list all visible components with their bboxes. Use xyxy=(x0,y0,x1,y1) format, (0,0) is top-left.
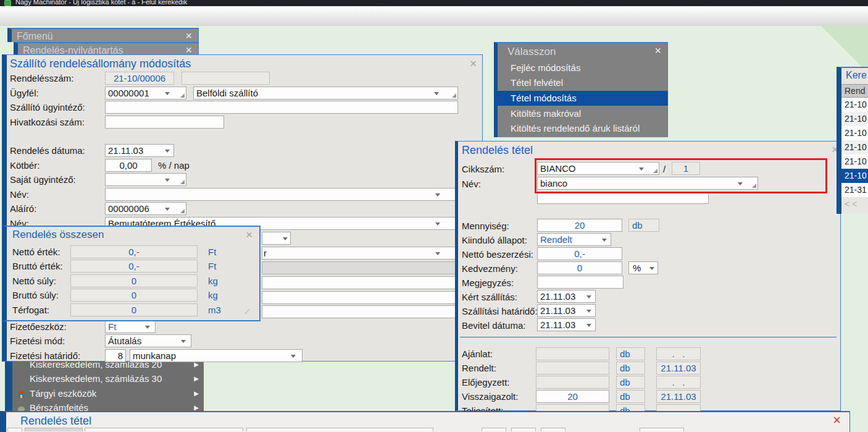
osszesen-close-icon[interactable]: × xyxy=(246,229,252,240)
menu-item-tetel-modositas[interactable]: Tétel módosítás xyxy=(511,91,577,105)
osszesen-dialog-title: Rendelés összesen xyxy=(12,229,104,241)
fizetesi-mod-combo[interactable]: Átutalás xyxy=(105,334,191,347)
field-label: Szállítási határidő: xyxy=(462,305,538,318)
combo-handle-icon[interactable] xyxy=(180,180,185,184)
kotber-field[interactable]: 0,00 xyxy=(105,159,152,172)
dropdown-arrow-icon[interactable] xyxy=(434,92,439,98)
field-label: Kért szállítás: xyxy=(462,290,517,303)
bevitel-datuma-combo[interactable]: 21.11.03 xyxy=(537,318,596,331)
fizetoeszkoz-combo[interactable]: Ft xyxy=(105,320,156,333)
ugyfel-name-combo[interactable]: Belföldi szállító xyxy=(193,87,458,100)
brutto-suly-field: 0 xyxy=(70,289,198,302)
mennyiseg-value: 20 xyxy=(538,219,622,231)
netto-suly-value: 0 xyxy=(71,275,197,287)
kiindulo-allapot-combo[interactable]: Rendelt xyxy=(537,233,611,246)
combo-handle-icon[interactable] xyxy=(452,93,456,98)
dropdown-arrow-icon[interactable] xyxy=(586,310,591,315)
house-icon xyxy=(17,389,25,400)
partial-combo-field[interactable] xyxy=(262,232,291,245)
dropdown-arrow-icon[interactable] xyxy=(165,92,170,98)
dropdown-arrow-icon[interactable] xyxy=(586,324,591,329)
dropdown-arrow-icon[interactable] xyxy=(283,237,288,243)
field-label: Bruttó érték: xyxy=(12,260,63,273)
szallitasi-hatarido-combo[interactable]: 21.11.03 xyxy=(537,304,596,317)
rendelesszam-field[interactable]: 21-10/00006 xyxy=(105,72,174,85)
menu-item-targyi-eszkozok[interactable]: Tárgyi eszközök xyxy=(30,386,96,400)
dropdown-arrow-icon[interactable] xyxy=(165,150,170,155)
field-label: Cikkszám: xyxy=(462,163,504,176)
dropdown-arrow-icon[interactable] xyxy=(435,193,440,199)
partial-field[interactable] xyxy=(262,291,458,304)
nev1-field[interactable] xyxy=(105,188,458,201)
pager-arrows[interactable]: < < xyxy=(841,197,868,211)
order-row[interactable]: 21-10 xyxy=(841,155,868,169)
partial-field[interactable] xyxy=(262,305,458,318)
dropdown-arrow-icon[interactable] xyxy=(291,355,296,360)
ugyfel-code-combo[interactable]: 00000001 xyxy=(105,87,186,100)
menu-item-kiskereskedelem-20[interactable]: Kiskereskedelem, számlázás 20 xyxy=(30,362,162,371)
mennyiseg-field[interactable]: 20 xyxy=(537,219,622,232)
dropdown-arrow-icon[interactable] xyxy=(586,295,591,301)
order-row[interactable]: 21-10 xyxy=(841,98,868,112)
field-label: Név: xyxy=(462,177,481,190)
fizetesi-hatarido-field[interactable]: 8 xyxy=(105,349,126,362)
kert-szallitas-combo[interactable]: 21.11.03 xyxy=(537,290,596,303)
unit-label: Ft xyxy=(208,260,216,273)
brutto-ertek-field: 0,- xyxy=(70,260,198,273)
dropdown-arrow-icon[interactable] xyxy=(435,222,440,228)
dropdown-arrow-icon[interactable] xyxy=(165,208,170,213)
order-row[interactable]: 21-31 xyxy=(841,183,868,197)
tetel-nev2-field[interactable] xyxy=(537,192,709,204)
kereses-column-header[interactable]: Rend xyxy=(841,84,868,98)
valasszon-close-icon[interactable]: × xyxy=(654,45,661,57)
valasszon-title: Válasszon xyxy=(507,46,556,58)
bottom-close-icon[interactable]: × xyxy=(833,412,841,428)
check-icon[interactable]: ✓ xyxy=(243,305,251,318)
field-label: Rendelés dátuma: xyxy=(10,144,85,157)
megjegyzes-field[interactable] xyxy=(537,276,624,289)
order-row[interactable]: 21-10 xyxy=(841,126,868,140)
order-row[interactable]: 21-10 xyxy=(841,140,868,155)
kedvezmeny-field[interactable]: 0 xyxy=(537,261,622,274)
netto-beszerzesi-value: 0,- xyxy=(538,248,622,260)
combo-handle-icon[interactable] xyxy=(180,209,185,213)
szallito-ugyintezo-field[interactable] xyxy=(105,101,458,114)
partial-field[interactable] xyxy=(262,276,458,289)
terfogat-value: 0 xyxy=(71,304,197,316)
menu-item-fejlec-modositas[interactable]: Fejléc módosítás xyxy=(511,61,580,75)
fizetesi-hatarido-unit-combo[interactable]: munkanap xyxy=(130,349,303,362)
rendeles-datuma-combo[interactable]: 21.11.03 xyxy=(105,144,174,157)
netto-beszerzesi-field[interactable]: 0,- xyxy=(537,247,622,260)
menu-item-kiskereskedelem-30[interactable]: Kiskereskedelem, számlázás 30 xyxy=(30,371,162,386)
alairo-value: 00000006 xyxy=(106,203,186,214)
rendelt-qty xyxy=(536,362,609,374)
partial-field[interactable]: r xyxy=(262,247,458,260)
rendelt-date: 21.11.03 xyxy=(657,362,700,374)
dropdown-arrow-icon[interactable] xyxy=(602,239,607,244)
partial-field xyxy=(25,428,83,431)
fomenu-close-icon[interactable]: × xyxy=(185,30,192,42)
partial-field xyxy=(7,428,22,431)
kedvezmeny-unit-combo[interactable]: % xyxy=(628,261,658,274)
dropdown-arrow-icon[interactable] xyxy=(165,179,170,184)
field-label: Bruttó súly: xyxy=(12,289,59,302)
szallito-close-icon[interactable]: × xyxy=(470,57,477,69)
dropdown-arrow-icon[interactable] xyxy=(145,326,150,331)
hivatkozasi-szam-field[interactable] xyxy=(105,116,224,129)
order-row-selected[interactable]: 21-10 xyxy=(841,169,868,183)
combo-handle-icon[interactable] xyxy=(180,93,185,98)
menu-item-kitoltes-listarol[interactable]: Kitöltés rendelendő áruk listáról xyxy=(511,121,640,135)
alairo-combo[interactable]: 00000006 xyxy=(105,202,186,215)
partial-field xyxy=(482,428,506,431)
field-label: Saját ügyintéző: xyxy=(10,173,76,186)
visszaigazolt-qty-field[interactable]: 20 xyxy=(536,390,609,403)
dropdown-arrow-icon[interactable] xyxy=(649,267,654,273)
sajat-ugyintezo-combo[interactable] xyxy=(105,173,186,186)
menu-item-tetel-felvetel[interactable]: Tétel felvétel xyxy=(511,75,563,90)
dropdown-arrow-icon[interactable] xyxy=(435,252,440,258)
rendelesszam-field-2[interactable] xyxy=(182,72,270,85)
order-row[interactable]: 21-10 xyxy=(841,112,868,126)
menu-item-kitoltes-makroval[interactable]: Kitöltés makróval xyxy=(511,106,581,121)
fizetesi-mod-value: Átutalás xyxy=(106,335,191,347)
dropdown-arrow-icon[interactable] xyxy=(181,340,186,345)
